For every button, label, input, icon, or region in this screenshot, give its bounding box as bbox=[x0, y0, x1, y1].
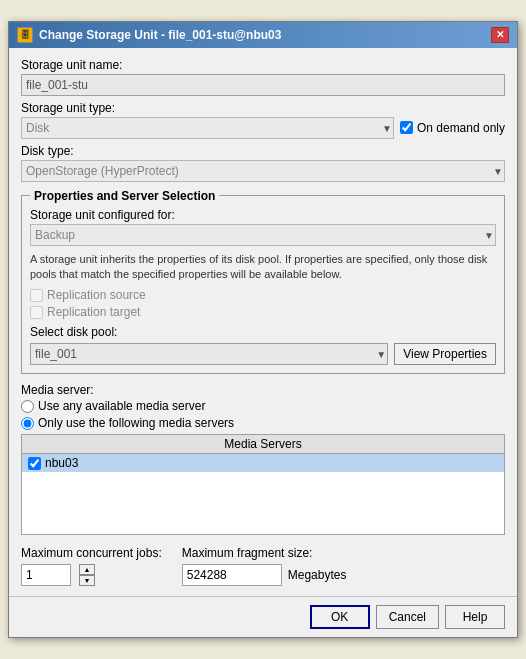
spin-down-button[interactable]: ▼ bbox=[79, 575, 95, 586]
radio-any-row: Use any available media server bbox=[21, 399, 505, 413]
radio-only-label: Only use the following media servers bbox=[38, 416, 234, 430]
radio-only-row: Only use the following media servers bbox=[21, 416, 505, 430]
max-concurrent-input-row: ▲ ▼ bbox=[21, 564, 162, 586]
media-server-section: Media server: Use any available media se… bbox=[21, 383, 505, 535]
disk-pool-wrapper: file_001 ▼ bbox=[30, 343, 388, 365]
max-concurrent-label: Maximum concurrent jobs: bbox=[21, 546, 162, 560]
configured-for-label: Storage unit configured for: bbox=[30, 208, 496, 222]
storage-unit-type-row: Disk ▼ On demand only bbox=[21, 117, 505, 139]
bottom-fields: Maximum concurrent jobs: ▲ ▼ Maximum fra… bbox=[21, 546, 505, 586]
media-server-name: nbu03 bbox=[45, 456, 78, 470]
disk-type-wrapper: OpenStorage (HyperProtect) ▼ bbox=[21, 160, 505, 182]
replication-source-checkbox[interactable] bbox=[30, 289, 43, 302]
on-demand-label: On demand only bbox=[417, 121, 505, 135]
close-button[interactable]: ✕ bbox=[491, 27, 509, 43]
ok-button[interactable]: OK bbox=[310, 605, 370, 629]
replication-source-label: Replication source bbox=[47, 288, 146, 302]
storage-unit-type-label: Storage unit type: bbox=[21, 101, 505, 115]
max-fragment-field: Maximum fragment size: Megabytes bbox=[182, 546, 347, 586]
title-bar: 🗄 Change Storage Unit - file_001-stu@nbu… bbox=[9, 22, 517, 48]
dialog-title: Change Storage Unit - file_001-stu@nbu03 bbox=[39, 28, 281, 42]
dialog-body: Storage unit name: Storage unit type: Di… bbox=[9, 48, 517, 597]
storage-unit-name-input[interactable] bbox=[21, 74, 505, 96]
disk-pool-label: Select disk pool: bbox=[30, 325, 496, 339]
cancel-button[interactable]: Cancel bbox=[376, 605, 439, 629]
configured-for-wrapper: Backup ▼ bbox=[30, 224, 496, 246]
on-demand-checkbox[interactable] bbox=[400, 121, 413, 134]
disk-type-select[interactable]: OpenStorage (HyperProtect) bbox=[21, 160, 505, 182]
media-server-label: Media server: bbox=[21, 383, 505, 397]
storage-unit-type-wrapper: Disk ▼ bbox=[21, 117, 394, 139]
max-fragment-input-row: Megabytes bbox=[182, 564, 347, 586]
title-bar-left: 🗄 Change Storage Unit - file_001-stu@nbu… bbox=[17, 27, 281, 43]
media-servers-body: nbu03 bbox=[22, 454, 504, 534]
change-storage-unit-dialog: 🗄 Change Storage Unit - file_001-stu@nbu… bbox=[8, 21, 518, 639]
disk-pool-select[interactable]: file_001 bbox=[30, 343, 388, 365]
media-server-row: nbu03 bbox=[22, 454, 504, 472]
on-demand-checkbox-row: On demand only bbox=[400, 121, 505, 135]
replication-target-row: Replication target bbox=[30, 305, 496, 319]
replication-target-checkbox[interactable] bbox=[30, 306, 43, 319]
spinner: ▲ ▼ bbox=[79, 564, 95, 586]
radio-only[interactable] bbox=[21, 417, 34, 430]
replication-target-label: Replication target bbox=[47, 305, 140, 319]
view-properties-button[interactable]: View Properties bbox=[394, 343, 496, 365]
radio-any[interactable] bbox=[21, 400, 34, 413]
section-title: Properties and Server Selection bbox=[30, 189, 219, 203]
spin-up-button[interactable]: ▲ bbox=[79, 564, 95, 575]
disk-type-section: Disk type: OpenStorage (HyperProtect) ▼ bbox=[21, 144, 505, 182]
disk-type-label: Disk type: bbox=[21, 144, 505, 158]
radio-any-label: Use any available media server bbox=[38, 399, 205, 413]
media-servers-header: Media Servers bbox=[22, 435, 504, 454]
max-fragment-input[interactable] bbox=[182, 564, 282, 586]
configured-for-section: Storage unit configured for: Backup ▼ bbox=[30, 208, 496, 246]
storage-unit-type-section: Storage unit type: Disk ▼ On demand only bbox=[21, 101, 505, 139]
properties-section: Properties and Server Selection Storage … bbox=[21, 189, 505, 375]
storage-unit-name-label: Storage unit name: bbox=[21, 58, 505, 72]
max-concurrent-field: Maximum concurrent jobs: ▲ ▼ bbox=[21, 546, 162, 586]
disk-pool-row: file_001 ▼ View Properties bbox=[30, 343, 496, 365]
max-concurrent-input[interactable] bbox=[21, 564, 71, 586]
max-fragment-label: Maximum fragment size: bbox=[182, 546, 347, 560]
dialog-footer: OK Cancel Help bbox=[9, 596, 517, 637]
help-button[interactable]: Help bbox=[445, 605, 505, 629]
dialog-icon: 🗄 bbox=[17, 27, 33, 43]
media-server-checkbox[interactable] bbox=[28, 457, 41, 470]
configured-for-select[interactable]: Backup bbox=[30, 224, 496, 246]
media-servers-table: Media Servers nbu03 bbox=[21, 434, 505, 535]
info-text: A storage unit inherits the properties o… bbox=[30, 252, 496, 283]
replication-source-row: Replication source bbox=[30, 288, 496, 302]
storage-unit-name-section: Storage unit name: bbox=[21, 58, 505, 96]
disk-pool-section: Select disk pool: file_001 ▼ View Proper… bbox=[30, 325, 496, 365]
storage-unit-type-select[interactable]: Disk bbox=[21, 117, 394, 139]
megabytes-label: Megabytes bbox=[288, 568, 347, 582]
